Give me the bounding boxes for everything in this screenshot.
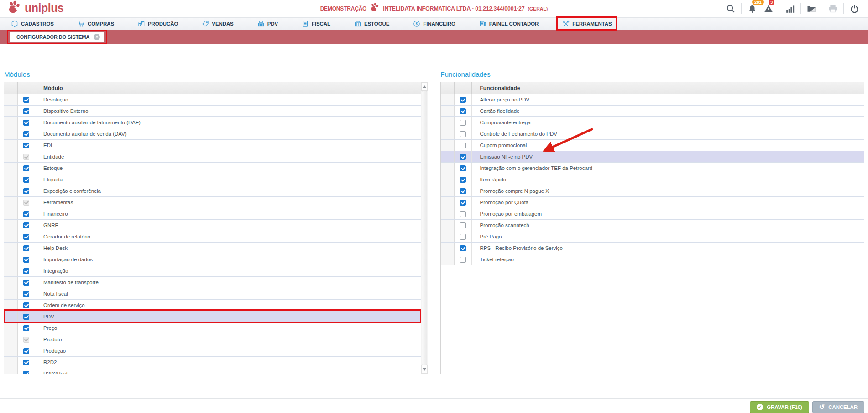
notifications-bell-icon[interactable]: 281	[744, 2, 760, 16]
table-row[interactable]: Preço	[4, 323, 421, 334]
nav-item-vendas[interactable]: VENDAS	[202, 20, 233, 27]
table-row[interactable]: Controle de Fechamento do PDV	[441, 128, 864, 140]
checkbox[interactable]	[23, 314, 29, 320]
table-row[interactable]: RPS - Recibo Provisório de Serviço	[441, 243, 864, 254]
checkbox[interactable]	[23, 143, 29, 148]
table-row[interactable]: Help Desk	[4, 243, 421, 254]
checkbox[interactable]	[460, 131, 466, 137]
search-icon[interactable]	[722, 2, 739, 16]
vertical-scrollbar[interactable]	[421, 82, 428, 374]
checkbox[interactable]	[23, 131, 29, 137]
checkbox[interactable]	[460, 222, 466, 228]
nav-item-producao[interactable]: PRODUÇÃO	[138, 20, 178, 27]
checkbox[interactable]	[23, 222, 29, 228]
checkbox[interactable]	[460, 211, 466, 217]
table-row[interactable]: Emissão NF-e no PDV	[441, 151, 864, 163]
table-row[interactable]: Produção	[4, 345, 421, 357]
table-row[interactable]: Item rápido	[441, 174, 864, 185]
nav-item-painel-contador[interactable]: PAINEL CONTADOR	[479, 20, 539, 27]
table-row[interactable]: Documento auxiliar de venda (DAV)	[4, 128, 421, 140]
scroll-up-button[interactable]	[421, 82, 428, 91]
checkbox[interactable]	[23, 257, 29, 263]
table-row[interactable]: Produto	[4, 334, 421, 345]
table-row[interactable]: Nota fiscal	[4, 288, 421, 300]
table-row[interactable]: Integração com o gerenciador TEF da Petr…	[441, 163, 864, 174]
table-row[interactable]: PDV	[4, 311, 421, 323]
table-row[interactable]: R2D2Rest	[4, 368, 421, 374]
checkbox[interactable]	[460, 120, 466, 126]
checkbox[interactable]	[460, 154, 466, 160]
scroll-thumb[interactable]	[422, 91, 427, 365]
table-row[interactable]: Dispositivo Externo	[4, 106, 421, 117]
table-row[interactable]: Gerador de relatório	[4, 231, 421, 243]
checkbox[interactable]	[23, 280, 29, 286]
table-row[interactable]: Integração	[4, 265, 421, 277]
table-row[interactable]: Ticket refeição	[441, 254, 864, 265]
checkbox[interactable]	[23, 177, 29, 183]
table-row[interactable]: Alterar preço no PDV	[441, 94, 864, 106]
table-row[interactable]: Promoção por embalagem	[441, 208, 864, 220]
checkbox[interactable]	[460, 177, 466, 183]
folder-icon[interactable]	[803, 2, 820, 16]
table-row[interactable]: Promoção compre N pague X	[441, 185, 864, 197]
table-row[interactable]: Manifesto de transporte	[4, 277, 421, 288]
table-row[interactable]: Entidade	[4, 151, 421, 163]
nav-item-estoque[interactable]: ESTOQUE	[354, 20, 389, 27]
table-row[interactable]: Devolução	[4, 94, 421, 106]
checkbox[interactable]	[23, 360, 29, 365]
table-row[interactable]: Comprovante entrega	[441, 117, 864, 128]
scroll-down-button[interactable]	[421, 365, 428, 374]
alerts-warning-icon[interactable]: 3	[760, 2, 777, 16]
table-row[interactable]: Cartão fidelidade	[441, 106, 864, 117]
table-row[interactable]: Etiqueta	[4, 174, 421, 185]
checkbox[interactable]	[23, 325, 29, 331]
checkbox[interactable]	[460, 108, 466, 114]
checkbox[interactable]	[23, 165, 29, 171]
save-button[interactable]: ✓ GRAVAR (F10)	[750, 401, 809, 413]
nav-item-financeiro[interactable]: $ FINANCEIRO	[413, 20, 455, 27]
printer-icon[interactable]	[825, 2, 841, 16]
checkbox[interactable]	[460, 143, 466, 148]
checkbox[interactable]	[23, 188, 29, 194]
checkbox[interactable]	[23, 245, 29, 251]
close-icon[interactable]: ×	[94, 34, 100, 40]
checkbox[interactable]	[23, 337, 29, 343]
table-row[interactable]: Ordem de serviço	[4, 300, 421, 311]
bar-chart-icon[interactable]	[782, 2, 798, 16]
table-row[interactable]: Expedição e conferência	[4, 185, 421, 197]
table-row[interactable]: Financeiro	[4, 208, 421, 220]
table-row[interactable]: Importação de dados	[4, 254, 421, 265]
checkbox[interactable]	[23, 348, 29, 354]
checkbox[interactable]	[23, 108, 29, 114]
checkbox[interactable]	[460, 97, 466, 103]
table-row[interactable]: R2D2	[4, 357, 421, 368]
checkbox[interactable]	[460, 188, 466, 194]
power-icon[interactable]	[846, 2, 863, 16]
table-row[interactable]: Cupom promocional	[441, 140, 864, 151]
nav-item-fiscal[interactable]: FISCAL	[302, 20, 330, 27]
checkbox[interactable]	[460, 234, 466, 240]
table-row[interactable]: GNRE	[4, 220, 421, 231]
nav-item-pdv[interactable]: PDV	[257, 20, 278, 27]
table-row[interactable]: Promoção scanntech	[441, 220, 864, 231]
checkbox[interactable]	[23, 234, 29, 240]
checkbox[interactable]	[23, 120, 29, 126]
checkbox[interactable]	[460, 200, 466, 206]
table-row[interactable]: Documento auxiliar de faturamento (DAF)	[4, 117, 421, 128]
checkbox[interactable]	[23, 200, 29, 206]
checkbox[interactable]	[460, 245, 466, 251]
nav-item-compras[interactable]: COMPRAS	[78, 20, 114, 27]
checkbox[interactable]	[460, 257, 466, 263]
nav-item-ferramentas[interactable]: FERRAMENTAS	[562, 20, 612, 27]
table-row[interactable]: Pré Pago	[441, 231, 864, 243]
table-row[interactable]: EDI	[4, 140, 421, 151]
checkbox[interactable]	[23, 268, 29, 274]
checkbox[interactable]	[23, 291, 29, 297]
nav-item-cadastros[interactable]: CADASTROS	[11, 20, 54, 27]
checkbox[interactable]	[23, 97, 29, 103]
table-row[interactable]: Ferramentas	[4, 197, 421, 208]
checkbox[interactable]	[23, 211, 29, 217]
cancel-button[interactable]: ↺ CANCELAR	[812, 401, 864, 413]
table-row[interactable]: Estoque	[4, 163, 421, 174]
checkbox[interactable]	[23, 371, 29, 375]
